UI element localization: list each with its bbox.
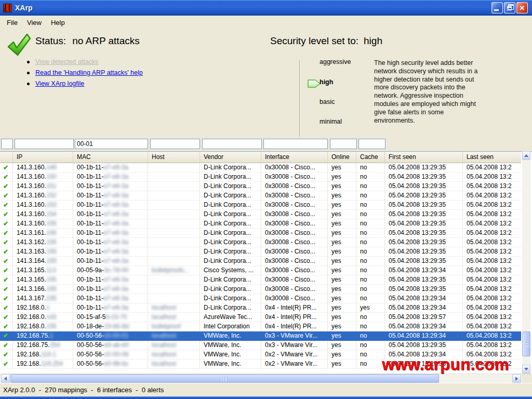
table-row[interactable]: ✔ 192.168.0.1 00-1b-11-e7-e6-3a localhos… — [0, 303, 522, 313]
online-cell[interactable]: yes — [328, 247, 356, 257]
table-row[interactable]: ✔ 141.3.160.154 00-1b-11-e7-e6-3a D-Link… — [0, 210, 522, 219]
row-status-cell[interactable]: ✔ — [0, 341, 13, 350]
first-seen-cell[interactable]: 05.04.2008 13:29:35 — [385, 201, 463, 210]
mac-cell[interactable]: 00-50-56-c0-00-01 — [73, 331, 148, 341]
first-seen-cell[interactable]: 05.04.2008 13:29:35 — [385, 285, 463, 294]
first-seen-cell[interactable]: 05.04.2008 13:29:34 — [385, 303, 463, 313]
ip-cell[interactable]: 141.3.161.155 — [13, 229, 73, 238]
vendor-cell[interactable]: D-Link Corpora... — [200, 285, 261, 294]
interface-cell[interactable]: 0x30008 - Cisco... — [261, 172, 328, 182]
last-seen-cell[interactable]: 05.04.2008 13:2 — [463, 247, 521, 257]
table-row[interactable]: ✔ 192.168.75.1 00-50-56-c0-00-01 localho… — [0, 331, 522, 341]
column-header-status[interactable] — [0, 152, 13, 163]
column-header-host[interactable]: Host — [148, 152, 200, 163]
interface-cell[interactable]: 0x30008 - Cisco... — [261, 275, 328, 285]
last-seen-cell[interactable]: 05.04.2008 13:2 — [463, 266, 521, 275]
mac-cell[interactable]: 00-1b-11-e7-e6-3a — [73, 163, 148, 172]
ip-cell[interactable]: 141.3.167.155 — [13, 294, 73, 303]
vendor-cell[interactable]: D-Link Corpora... — [200, 172, 261, 182]
online-cell[interactable]: yes — [328, 294, 356, 303]
first-seen-cell[interactable]: 05.04.2008 13:29:35 — [385, 182, 463, 191]
first-seen-cell[interactable]: 05.04.2008 13:29:35 — [385, 247, 463, 257]
column-header-mac[interactable]: MAC — [73, 152, 148, 163]
ip-cell[interactable]: 192.168.0.155 — [13, 322, 73, 331]
mac-cell[interactable]: 00-50-56-e9-ab-b0 — [73, 341, 148, 350]
column-header-ip[interactable]: IP — [13, 152, 73, 163]
mac-cell[interactable]: 00-1b-11-e7-e6-3a — [73, 303, 148, 313]
mac-cell[interactable]: 00-50-56-e0-98-bc — [73, 360, 148, 369]
online-cell[interactable]: yes — [328, 322, 356, 331]
horizontal-scrollbar[interactable] — [0, 374, 532, 383]
online-cell[interactable]: yes — [328, 219, 356, 229]
online-cell[interactable]: yes — [328, 172, 356, 182]
interface-cell[interactable]: 0x30008 - Cisco... — [261, 182, 328, 191]
online-cell[interactable]: yes — [328, 201, 356, 210]
online-cell[interactable]: yes — [328, 163, 356, 172]
ip-cell[interactable]: 141.3.160.149 — [13, 163, 73, 172]
interface-cell[interactable]: 0x4 - Intel(R) PR... — [261, 322, 328, 331]
last-seen-cell[interactable]: 05.04.2008 13:2 — [463, 191, 521, 201]
column-header-first-seen[interactable]: First seen — [385, 152, 463, 163]
minimize-button[interactable] — [491, 2, 503, 14]
mac-cell[interactable]: 00-05-9a-3c-78-00 — [73, 266, 148, 275]
cache-cell[interactable]: no — [356, 322, 385, 331]
online-cell[interactable]: yes — [328, 266, 356, 275]
filter-status-input[interactable] — [1, 139, 13, 149]
first-seen-cell[interactable]: 05.04.2008 13:29:35 — [385, 219, 463, 229]
host-cell[interactable] — [148, 257, 200, 266]
last-seen-cell[interactable]: 05.04.2008 13:2 — [463, 182, 521, 191]
first-seen-cell[interactable]: 05.04.2008 13:29:35 — [385, 275, 463, 285]
row-status-cell[interactable]: ✔ — [0, 294, 13, 303]
cache-cell[interactable]: no — [356, 201, 385, 210]
scroll-left-button[interactable] — [1, 374, 10, 383]
row-status-cell[interactable]: ✔ — [0, 360, 13, 369]
row-status-cell[interactable]: ✔ — [0, 229, 13, 238]
cache-cell[interactable]: no — [356, 210, 385, 219]
interface-cell[interactable]: 0x30008 - Cisco... — [261, 163, 328, 172]
host-cell[interactable]: localhost — [148, 360, 200, 369]
row-status-cell[interactable]: ✔ — [0, 182, 13, 191]
filter-vendor-input[interactable] — [202, 139, 262, 149]
last-seen-cell[interactable]: 05.04.2008 13:2 — [463, 238, 521, 247]
mac-cell[interactable]: 00-15-af-58-23-70 — [73, 313, 148, 322]
last-seen-cell[interactable]: 05.04.2008 13:2 — [463, 294, 521, 303]
row-status-cell[interactable]: ✔ — [0, 219, 13, 229]
last-seen-cell[interactable]: 05.04.2008 13:2 — [463, 163, 521, 172]
host-cell[interactable] — [148, 238, 200, 247]
cache-cell[interactable]: no — [356, 247, 385, 257]
interface-cell[interactable]: 0x30008 - Cisco... — [261, 229, 328, 238]
table-row[interactable]: ✔ 141.3.162.155 00-1b-11-e7-e6-3a D-Link… — [0, 238, 522, 247]
ip-cell[interactable]: 192.168.119.254 — [13, 360, 73, 369]
mac-cell[interactable]: 00-50-56-c0-00-08 — [73, 350, 148, 360]
cache-cell[interactable]: no — [356, 163, 385, 172]
online-cell[interactable]: yes — [328, 341, 356, 350]
first-seen-cell[interactable]: 05.04.2008 13:29:34 — [385, 331, 463, 341]
vendor-cell[interactable]: VMWare, Inc. — [200, 360, 261, 369]
cache-cell[interactable]: no — [356, 191, 385, 201]
cache-cell[interactable]: no — [356, 219, 385, 229]
filter-interface-input[interactable] — [263, 139, 328, 149]
cache-cell[interactable]: no — [356, 285, 385, 294]
last-seen-cell[interactable]: 05.04.2008 13:2 — [463, 172, 521, 182]
table-row[interactable]: ✔ 141.3.164.155 00-1b-11-e7-e6-3a D-Link… — [0, 257, 522, 266]
ip-cell[interactable]: 141.3.160.154 — [13, 210, 73, 219]
last-seen-cell[interactable]: 05.04.2008 13:2 — [463, 257, 521, 266]
row-status-cell[interactable]: ✔ — [0, 275, 13, 285]
online-cell[interactable]: yes — [328, 360, 356, 369]
ip-cell[interactable]: 192.168.0.1 — [13, 303, 73, 313]
row-status-cell[interactable]: ✔ — [0, 201, 13, 210]
host-cell[interactable]: bulletproof — [148, 322, 200, 331]
column-header-vendor[interactable]: Vendor — [200, 152, 261, 163]
cache-cell[interactable]: no — [356, 313, 385, 322]
vendor-cell[interactable]: Cisco Systems, ... — [200, 266, 261, 275]
interface-cell[interactable]: 0x3 - VMware Vir... — [261, 331, 328, 341]
first-seen-cell[interactable]: 05.04.2008 13:29:57 — [385, 313, 463, 322]
online-cell[interactable]: yes — [328, 331, 356, 341]
row-status-cell[interactable]: ✔ — [0, 303, 13, 313]
host-cell[interactable] — [148, 275, 200, 285]
vendor-cell[interactable]: D-Link Corpora... — [200, 182, 261, 191]
online-cell[interactable]: yes — [328, 238, 356, 247]
restore-button[interactable] — [504, 2, 515, 14]
filter-online-input[interactable] — [330, 139, 357, 149]
ip-cell[interactable]: 141.3.160.155 — [13, 219, 73, 229]
